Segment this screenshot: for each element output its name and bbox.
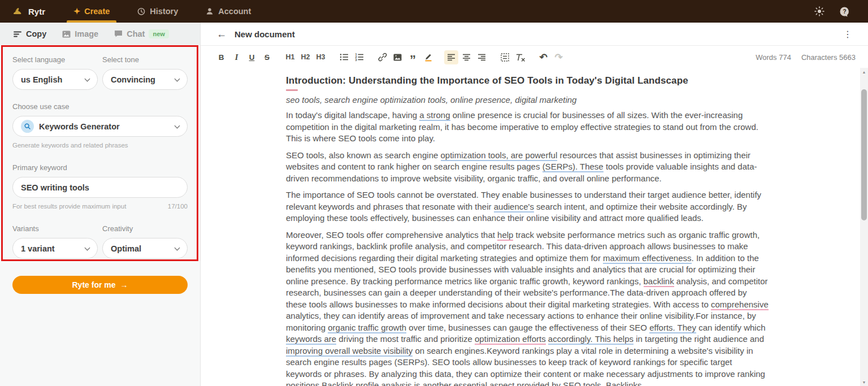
- brand-name: Rytr: [28, 7, 45, 16]
- document-paragraph: SEO tools, also known as search engine o…: [286, 150, 770, 185]
- underline-button[interactable]: U: [245, 50, 259, 64]
- tab-label: Copy: [26, 29, 46, 38]
- back-arrow-icon[interactable]: ←: [216, 28, 227, 40]
- usecase-helper: Generate keywords and related phrases: [12, 142, 188, 149]
- word-count: Words 774 Characters 5663: [756, 53, 856, 62]
- language-select[interactable]: us English: [12, 69, 98, 90]
- search-icon: [21, 120, 34, 133]
- highlight-pen-button[interactable]: [421, 50, 435, 64]
- nav-item-history[interactable]: History: [123, 0, 192, 23]
- h3-button[interactable]: H3: [314, 50, 328, 64]
- cta-label: Ryte for me: [72, 280, 115, 289]
- keyword-value: SEO writing tools: [21, 183, 89, 192]
- usecase-select[interactable]: Keywords Generator: [12, 116, 188, 137]
- h1-button[interactable]: H1: [283, 50, 297, 64]
- scrollbar-thumb[interactable]: [861, 89, 867, 220]
- theme-toggle-sun-icon[interactable]: [814, 6, 824, 16]
- document-heading: Introduction: Understanding the Importan…: [286, 75, 770, 86]
- document-keywords: seo tools, search engine optimization to…: [286, 95, 770, 105]
- tone-select[interactable]: Convincing: [102, 69, 188, 90]
- keyword-helper: For best results provide maximum input: [12, 203, 126, 210]
- rytr-brand[interactable]: Rytr: [0, 0, 60, 23]
- creativity-value: Optimal: [111, 244, 172, 253]
- keyword-label: Primary keyword: [12, 163, 188, 172]
- top-navbar: Rytr ✦ Create History Account ?: [0, 0, 868, 23]
- document-paragraphs: In today's digital landscape, having a s…: [286, 110, 770, 386]
- usecase-value: Keywords Generator: [39, 122, 172, 131]
- kebab-menu-icon[interactable]: ⋮: [840, 29, 856, 40]
- document-paragraph: In today's digital landscape, having a s…: [286, 110, 770, 145]
- arrow-right-icon: →: [120, 280, 128, 289]
- ordered-list-button[interactable]: 123: [352, 50, 366, 64]
- chevron-down-icon: [85, 245, 90, 250]
- tab-chat[interactable]: Chat new: [106, 29, 177, 38]
- language-value: us English: [21, 75, 82, 84]
- new-badge: new: [149, 29, 168, 38]
- tab-label: Image: [75, 29, 98, 38]
- nav-item-label: Account: [218, 7, 251, 16]
- spellcheck-mark: [286, 89, 298, 91]
- usecase-label: Choose use case: [12, 102, 188, 111]
- strikethrough-button[interactable]: S: [260, 50, 274, 64]
- words-count: Words 774: [756, 53, 791, 62]
- sidebar-tabbar: Copy Image Chat new: [0, 23, 200, 45]
- chevron-down-icon: [175, 123, 180, 128]
- h2-button[interactable]: H2: [298, 50, 313, 64]
- language-label: Select language: [12, 55, 98, 64]
- sidebar: Copy Image Chat new Select language us E…: [0, 23, 201, 386]
- bullet-list-button[interactable]: [337, 50, 351, 64]
- document-paragraph: Moreover, SEO tools offer comprehensive …: [286, 229, 770, 386]
- primary-keyword-input[interactable]: SEO writing tools: [12, 177, 188, 198]
- creativity-label: Creativity: [102, 224, 188, 233]
- nav-item-create[interactable]: ✦ Create: [60, 0, 123, 23]
- italic-button[interactable]: I: [229, 50, 244, 64]
- tone-value: Convincing: [111, 75, 172, 84]
- scroll-up-arrow[interactable]: ▲: [860, 68, 868, 76]
- vertical-scrollbar[interactable]: ▲ ▼: [860, 68, 868, 386]
- chat-bubble-icon: [114, 30, 123, 38]
- clear-format-button[interactable]: [513, 50, 527, 64]
- variants-select[interactable]: 1 variant: [12, 238, 98, 259]
- bold-button[interactable]: B: [214, 50, 228, 64]
- document-title[interactable]: New document: [235, 29, 295, 39]
- blockquote-button[interactable]: ”: [406, 50, 420, 64]
- keyword-counter: 17/100: [168, 203, 188, 210]
- nav-item-account[interactable]: Account: [192, 0, 264, 23]
- document-canvas[interactable]: Introduction: Understanding the Importan…: [201, 68, 868, 386]
- document-paragraph: The importance of SEO tools cannot be ov…: [286, 189, 770, 224]
- filter-lines-icon: [14, 31, 22, 38]
- characters-count: Characters 5663: [801, 53, 856, 62]
- scroll-down-arrow[interactable]: ▼: [860, 378, 868, 386]
- select-all-button[interactable]: [498, 50, 512, 64]
- svg-text:3: 3: [355, 58, 357, 61]
- editor-toolbar: B I U S H1 H2 H3 123 ”: [201, 46, 868, 68]
- help-icon[interactable]: ?: [839, 6, 850, 17]
- tab-copy[interactable]: Copy: [6, 29, 54, 38]
- chevron-down-icon: [85, 76, 90, 81]
- ryte-for-me-button[interactable]: Ryte for me →: [12, 276, 188, 294]
- tone-label: Select tone: [102, 55, 188, 64]
- undo-button[interactable]: ↶: [536, 50, 550, 64]
- nav-item-label: History: [150, 7, 178, 16]
- creativity-select[interactable]: Optimal: [102, 238, 188, 259]
- align-left-button[interactable]: [444, 50, 458, 64]
- variants-label: Variants: [12, 224, 98, 233]
- chevron-down-icon: [175, 245, 180, 250]
- align-center-button[interactable]: [459, 50, 474, 64]
- document-header: ← New document ⋮: [201, 23, 868, 46]
- variants-value: 1 variant: [21, 244, 82, 253]
- history-clock-icon: [137, 7, 146, 16]
- sparkle-icon: ✦: [73, 7, 80, 16]
- link-button[interactable]: [375, 50, 389, 64]
- tab-image[interactable]: Image: [54, 29, 106, 38]
- topbar-actions: ?: [814, 0, 868, 23]
- rytr-logo-icon: [12, 6, 24, 16]
- align-right-button[interactable]: [475, 50, 489, 64]
- image-insert-button[interactable]: [390, 50, 405, 64]
- svg-text:?: ?: [843, 8, 846, 15]
- generator-form: Select language us English Select tone C…: [0, 45, 200, 294]
- editor-area: ← New document ⋮ B I U S H1 H2 H3 123: [201, 23, 868, 386]
- redo-button[interactable]: ↷: [552, 50, 566, 64]
- image-icon: [62, 31, 71, 38]
- person-icon: [205, 7, 214, 16]
